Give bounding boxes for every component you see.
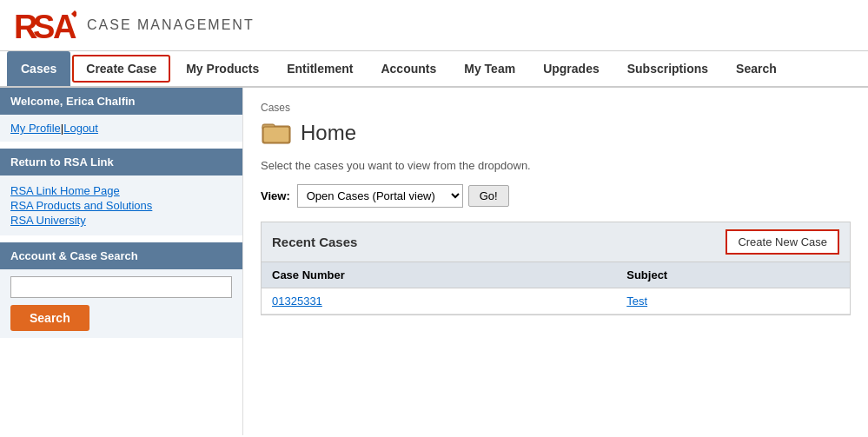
case-number-link[interactable]: 01325331 [272,295,322,308]
logout-link[interactable]: Logout [63,122,98,135]
sidebar: Welcome, Erica Chalfin My Profile|Logout… [0,88,243,435]
subject-link[interactable]: Test [626,295,647,308]
recent-cases-section: Recent Cases Create New Case Case Number… [261,222,851,315]
nav-item-cases[interactable]: Cases [7,51,70,86]
col-case-number: Case Number [262,262,616,288]
view-row: View: Open Cases (Portal view) All Cases… [261,184,851,208]
create-new-case-button[interactable]: Create New Case [726,229,839,255]
nav-item-entitlement[interactable]: Entitlement [273,51,367,86]
sidebar-divider-1 [0,142,242,149]
rsa-products-link[interactable]: RSA Products and Solutions [10,199,232,212]
sidebar-rsa-link-header: Return to RSA Link [0,149,242,175]
svg-text:S: S [33,9,55,43]
svg-rect-6 [263,127,289,142]
sidebar-welcome-header: Welcome, Erica Chalfin [0,88,242,115]
header: R S A CASE MANAGEMENT [0,0,868,51]
sidebar-search-header: Account & Case Search [0,242,242,269]
app-title: CASE MANAGEMENT [87,17,255,33]
sidebar-welcome-section: Welcome, Erica Chalfin My Profile|Logout [0,88,242,142]
nav-item-accounts[interactable]: Accounts [367,51,450,86]
go-button[interactable]: Go! [468,185,509,207]
cell-case-number: 01325331 [262,288,616,315]
cell-subject: Test [616,288,850,315]
breadcrumb: Cases [261,102,851,114]
view-select[interactable]: Open Cases (Portal view) All Cases (Port… [297,184,463,208]
nav-item-my-team[interactable]: My Team [450,51,529,86]
nav-item-my-products[interactable]: My Products [172,51,273,86]
sidebar-welcome-content: My Profile|Logout [0,115,242,142]
sidebar-search-section: Account & Case Search Search [0,242,242,338]
recent-cases-table: Case Number Subject 01325331 Test [262,262,850,315]
page-subtitle: Select the cases you want to view from t… [261,159,851,172]
my-profile-link[interactable]: My Profile [10,122,61,135]
main-nav: Cases Create Case My Products Entitlemen… [0,51,868,88]
sidebar-rsa-link-section: Return to RSA Link RSA Link Home Page RS… [0,149,242,235]
page-title: Home [301,121,356,145]
rsa-university-link[interactable]: RSA University [10,214,232,227]
page-title-row: Home [261,117,851,149]
recent-cases-title: Recent Cases [272,235,357,249]
content-area: Cases Home Select the cases you want to … [243,88,868,435]
nav-item-create-case[interactable]: Create Case [72,55,170,83]
logo-wrap: R S A [14,7,76,43]
table-row: 01325331 Test [262,288,850,315]
search-button[interactable]: Search [10,305,89,331]
nav-item-subscriptions[interactable]: Subscriptions [613,51,722,86]
view-label: View: [261,189,290,202]
rsa-logo-icon: R S A [14,7,76,43]
nav-item-upgrades[interactable]: Upgrades [529,51,613,86]
rsa-link-home-link[interactable]: RSA Link Home Page [10,184,232,197]
page-icon [261,117,292,149]
table-header-row: Case Number Subject [262,262,850,288]
sidebar-rsa-link-content: RSA Link Home Page RSA Products and Solu… [0,175,242,235]
recent-cases-header: Recent Cases Create New Case [262,222,850,262]
table-head: Case Number Subject [262,262,850,288]
sidebar-divider-2 [0,235,242,242]
table-body: 01325331 Test [262,288,850,315]
col-subject: Subject [616,262,850,288]
main-layout: Welcome, Erica Chalfin My Profile|Logout… [0,88,868,435]
case-search-input[interactable] [10,276,232,298]
sidebar-search-content: Search [0,269,242,338]
nav-item-search[interactable]: Search [722,51,791,86]
